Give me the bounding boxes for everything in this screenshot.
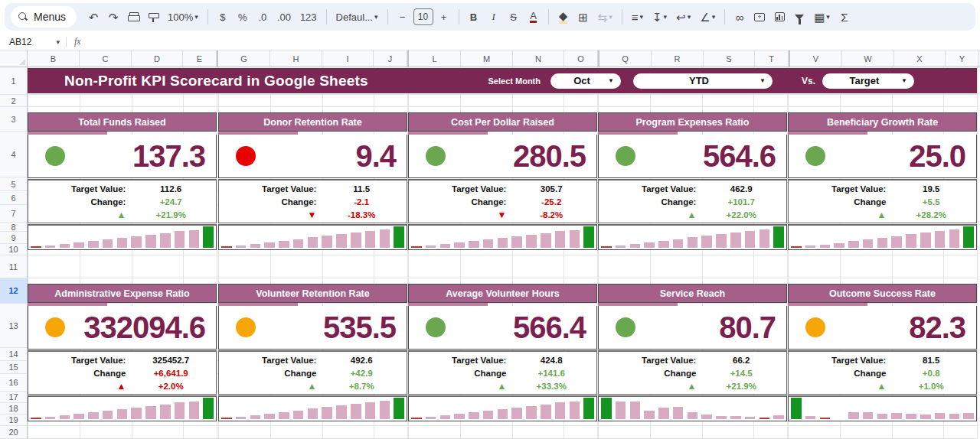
row-header-6[interactable]: 6 — [0, 191, 27, 205]
formula-input[interactable] — [89, 34, 980, 50]
decrease-font-size-button[interactable]: − — [394, 7, 412, 27]
text-rotation-icon: ∠ — [700, 11, 710, 23]
spark-bar — [380, 401, 390, 419]
sheet-canvas[interactable]: Non-Profit KPI Scorecard in Google Sheet… — [28, 67, 978, 439]
row-header-1[interactable]: 1 — [0, 67, 27, 95]
row-header-3[interactable]: 3 — [0, 107, 27, 132]
format-percent-button[interactable]: % — [234, 7, 252, 27]
spark-bar — [411, 418, 422, 419]
text-color-button[interactable]: A — [524, 7, 543, 27]
print-button[interactable] — [124, 7, 142, 27]
row-header-11[interactable]: 11 — [0, 255, 27, 278]
row-header-15[interactable]: 15 — [0, 361, 27, 374]
spark-bar — [131, 408, 142, 419]
column-header-B[interactable]: B — [28, 50, 80, 67]
row-header-13[interactable]: 13 — [0, 304, 27, 348]
font-select[interactable]: Defaul...▾ — [332, 7, 382, 27]
horizontal-align-button[interactable]: ≡▾ — [628, 7, 647, 27]
bold-button[interactable]: B — [465, 7, 483, 27]
column-header-V[interactable]: V — [790, 50, 842, 67]
kpi-stats-section: Target Value:11.5 Change:-2.1 ▼-18.3% — [218, 179, 407, 223]
column-header-I[interactable]: I — [322, 50, 374, 67]
spark-bar — [250, 415, 261, 419]
spark-bar — [570, 230, 580, 248]
column-header-T[interactable]: T — [755, 50, 789, 67]
kpi-card-header: Administrative Expense Ratio — [28, 284, 217, 303]
merge-cells-button[interactable]: ⇆▾ — [594, 7, 616, 27]
text-rotation-button[interactable]: ∠▾ — [696, 7, 719, 27]
italic-button[interactable]: I — [485, 7, 503, 27]
paint-format-button[interactable] — [144, 7, 162, 27]
spark-bar — [236, 417, 247, 419]
kpi-card-header: Donor Retention Rate — [218, 112, 407, 132]
row-header-5[interactable]: 5 — [0, 177, 27, 191]
column-header-M[interactable]: M — [461, 50, 513, 67]
name-box[interactable]: AB12 ▾ — [0, 34, 66, 50]
chevron-down-icon: ▾ — [639, 13, 643, 21]
kpi-sparkline — [28, 224, 217, 250]
column-header-D[interactable]: D — [132, 50, 183, 67]
insert-link-button[interactable]: ∞ — [730, 7, 749, 27]
target-value: 81.5 — [886, 356, 976, 365]
undo-button[interactable]: ↶ — [84, 7, 103, 27]
column-header-G[interactable]: G — [218, 50, 270, 67]
column-header-X[interactable]: X — [894, 50, 946, 67]
more-formats-button[interactable]: 123 — [296, 7, 321, 27]
row-header-10[interactable]: 10 — [0, 244, 27, 255]
column-header-J[interactable]: J — [374, 50, 407, 67]
menus-button[interactable]: Menus — [11, 6, 77, 28]
text-wrap-button[interactable]: ↩▾ — [672, 7, 694, 27]
month-dropdown[interactable]: Oct ▼ — [550, 73, 621, 89]
spark-bar — [963, 413, 974, 419]
column-header-E[interactable]: E — [183, 50, 217, 67]
borders-button[interactable]: ⊞ — [574, 7, 593, 27]
select-all-corner[interactable] — [0, 50, 28, 67]
fill-color-button[interactable]: ◆ — [554, 7, 573, 27]
insert-comment-button[interactable]: + — [750, 7, 769, 27]
toolbar: Menus ↶ ↷ 100%▾ $ % .0 .00 123 Defaul...… — [0, 0, 980, 34]
strikethrough-button[interactable]: S — [505, 7, 523, 27]
row-header-8[interactable]: 8 — [0, 223, 27, 232]
spark-bar — [583, 226, 594, 248]
row-header-16[interactable]: 16 — [0, 374, 27, 392]
row-header-9[interactable]: 9 — [0, 232, 27, 244]
column-header-S[interactable]: S — [704, 50, 755, 67]
row-header-12[interactable]: 12 — [0, 278, 27, 304]
increase-decimal-button[interactable]: .00 — [273, 7, 295, 27]
period-dropdown[interactable]: YTD ▼ — [633, 73, 773, 89]
row-header-14[interactable]: 14 — [0, 348, 27, 361]
kpi-stats-section: Target Value:66.2 Change+14.5 ▲+21.9% — [598, 350, 787, 395]
column-header-C[interactable]: C — [80, 50, 132, 67]
spark-bar — [616, 246, 626, 248]
row-header-7[interactable]: 7 — [0, 205, 27, 223]
column-header-L[interactable]: L — [409, 50, 461, 67]
vertical-align-button[interactable]: ↧▾ — [648, 7, 671, 27]
target-label: Target Value: — [599, 356, 696, 365]
row-header-17[interactable]: 17 — [0, 392, 27, 403]
column-header-N[interactable]: N — [513, 50, 564, 67]
kpi-value-section: 332094.6 — [28, 306, 217, 350]
row-header-18[interactable]: 18 — [0, 403, 27, 415]
insert-chart-button[interactable] — [770, 7, 789, 27]
redo-button[interactable]: ↷ — [104, 7, 122, 27]
column-header-O[interactable]: O — [564, 50, 598, 67]
row-header-19[interactable]: 19 — [0, 415, 27, 426]
format-currency-button[interactable]: $ — [214, 7, 232, 27]
column-header-Y[interactable]: Y — [946, 50, 979, 67]
compare-dropdown[interactable]: Target ▼ — [822, 73, 914, 89]
create-filter-button[interactable] — [790, 7, 808, 27]
zoom-select[interactable]: 100%▾ — [164, 7, 202, 27]
decrease-decimal-button[interactable]: .0 — [253, 7, 272, 27]
row-header-4[interactable]: 4 — [0, 132, 27, 177]
increase-font-size-button[interactable]: + — [435, 7, 453, 27]
pivot-table-button[interactable]: ▦▾ — [810, 7, 834, 27]
column-header-H[interactable]: H — [270, 50, 322, 67]
kpi-value-section: 280.5 — [408, 135, 597, 178]
font-size-input[interactable]: 10 — [413, 8, 433, 25]
column-header-W[interactable]: W — [842, 50, 894, 67]
row-header-2[interactable]: 2 — [0, 95, 27, 107]
column-header-Q[interactable]: Q — [599, 50, 652, 67]
functions-button[interactable]: Σ — [835, 7, 854, 27]
row-header-20[interactable]: 20 — [0, 426, 27, 439]
column-header-R[interactable]: R — [652, 50, 704, 67]
